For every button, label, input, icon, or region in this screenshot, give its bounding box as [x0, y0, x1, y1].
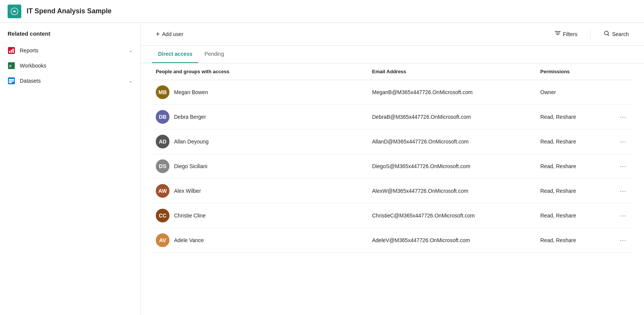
svg-rect-10 — [9, 80, 14, 82]
filters-button[interactable]: Filters — [551, 28, 581, 40]
more-options-button-diego[interactable]: ··· — [617, 162, 629, 171]
content-area: + Add user Filters — [141, 23, 644, 315]
search-icon — [604, 30, 610, 38]
col-header-people: People and groups with access — [152, 63, 368, 80]
table-row: MB Megan Bowen MeganB@M365x447726.OnMicr… — [152, 80, 633, 105]
email-cell-diego: DiegoS@M365x447726.OnMicrosoft.com — [368, 154, 536, 179]
person-cell-debra: DB Debra Berger — [152, 105, 368, 129]
add-user-button[interactable]: + Add user — [152, 28, 187, 40]
avatar-alex: AW — [156, 184, 169, 198]
avatar-megan: MB — [156, 85, 169, 99]
permission-label-allan: Read, Reshare — [540, 139, 576, 145]
access-table-container: People and groups with access Email Addr… — [141, 63, 644, 315]
permission-label-diego: Read, Reshare — [540, 163, 576, 169]
sidebar: Related content Reports ⌄ — [0, 23, 141, 315]
search-button[interactable]: Search — [600, 28, 633, 40]
table-row: DS Diego Siciliani DiegoS@M365x447726.On… — [152, 154, 633, 179]
datasets-chevron-icon: ⌄ — [129, 78, 133, 83]
permission-label-alex: Read, Reshare — [540, 188, 576, 194]
person-cell-megan: MB Megan Bowen — [152, 80, 368, 105]
workbooks-icon: X — [8, 62, 15, 69]
person-name-allan: Allan Deyoung — [174, 139, 209, 145]
svg-rect-4 — [11, 50, 12, 53]
toolbar: + Add user Filters — [141, 23, 644, 46]
person-name-alex: Alex Wilber — [174, 188, 201, 194]
table-row: CC Christie Cline ChristieC@M365x447726.… — [152, 203, 633, 228]
email-cell-adele: AdeleV@M365x447726.OnMicrosoft.com — [368, 228, 536, 253]
svg-point-1 — [14, 10, 16, 12]
person-name-diego: Diego Siciliani — [174, 163, 207, 169]
col-header-permissions: Permissions — [536, 63, 633, 80]
more-options-button-christie[interactable]: ··· — [617, 211, 629, 220]
permission-cell-diego: Read, Reshare··· — [536, 154, 633, 179]
permission-label-adele: Read, Reshare — [540, 237, 576, 243]
more-options-button-allan[interactable]: ··· — [617, 137, 629, 146]
add-user-label: Add user — [162, 31, 184, 37]
table-row: AW Alex Wilber AlexW@M365x447726.OnMicro… — [152, 179, 633, 203]
reports-label: Reports — [20, 47, 38, 54]
svg-rect-11 — [9, 82, 12, 83]
permission-label-debra: Read, Reshare — [540, 114, 576, 120]
person-name-megan: Megan Bowen — [174, 89, 208, 95]
table-row: AV Adele Vance AdeleV@M365x447726.OnMicr… — [152, 228, 633, 253]
access-table: People and groups with access Email Addr… — [152, 63, 633, 253]
email-cell-debra: DebraB@M365x447726.OnMicrosoft.com — [368, 105, 536, 129]
person-cell-alex: AW Alex Wilber — [152, 179, 368, 203]
permission-cell-christie: Read, Reshare··· — [536, 203, 633, 228]
person-cell-diego: DS Diego Siciliani — [152, 154, 368, 179]
email-cell-christie: ChristieC@M365x447726.OnMicrosoft.com — [368, 203, 536, 228]
reports-chevron-icon: ⌄ — [129, 48, 133, 53]
more-options-button-debra[interactable]: ··· — [617, 112, 629, 122]
col-header-email: Email Address — [368, 63, 536, 80]
avatar-adele: AV — [156, 233, 169, 247]
search-label: Search — [612, 31, 629, 37]
sidebar-item-datasets[interactable]: Datasets ⌄ — [0, 73, 140, 88]
reports-icon — [8, 47, 15, 54]
svg-rect-3 — [9, 51, 10, 53]
filters-label: Filters — [563, 31, 578, 37]
toolbar-divider — [590, 30, 591, 39]
person-cell-allan: AD Allan Deyoung — [152, 129, 368, 154]
page-title: IT Spend Analysis Sample — [27, 7, 111, 15]
avatar-allan: AD — [156, 135, 169, 148]
app-icon — [8, 5, 21, 18]
avatar-diego: DS — [156, 159, 169, 173]
person-name-adele: Adele Vance — [174, 237, 204, 243]
sidebar-section-title: Related content — [0, 30, 140, 43]
more-options-button-adele[interactable]: ··· — [617, 236, 629, 245]
datasets-icon — [8, 77, 15, 85]
tab-pending[interactable]: Pending — [198, 46, 230, 63]
permission-cell-alex: Read, Reshare··· — [536, 179, 633, 203]
permission-cell-debra: Read, Reshare··· — [536, 105, 633, 129]
svg-rect-9 — [9, 79, 14, 80]
permission-cell-allan: Read, Reshare··· — [536, 129, 633, 154]
person-cell-adele: AV Adele Vance — [152, 228, 368, 253]
table-row: DB Debra Berger DebraB@M365x447726.OnMic… — [152, 105, 633, 129]
header: IT Spend Analysis Sample — [0, 0, 644, 23]
sidebar-item-workbooks[interactable]: X Workbooks — [0, 58, 140, 73]
svg-rect-5 — [13, 49, 14, 53]
sidebar-item-reports[interactable]: Reports ⌄ — [0, 43, 140, 58]
permission-cell-adele: Read, Reshare··· — [536, 228, 633, 253]
permission-cell-megan: Owner — [536, 80, 633, 105]
person-name-debra: Debra Berger — [174, 114, 206, 120]
more-options-button-alex[interactable]: ··· — [617, 186, 629, 196]
table-header-row: People and groups with access Email Addr… — [152, 63, 633, 80]
permission-label-megan: Owner — [540, 89, 556, 95]
plus-icon: + — [156, 31, 160, 38]
filter-icon — [555, 30, 561, 38]
datasets-label: Datasets — [20, 78, 41, 84]
email-cell-alex: AlexW@M365x447726.OnMicrosoft.com — [368, 179, 536, 203]
permission-label-christie: Read, Reshare — [540, 213, 576, 219]
person-cell-christie: CC Christie Cline — [152, 203, 368, 228]
person-name-christie: Christie Cline — [174, 213, 206, 219]
email-cell-megan: MeganB@M365x447726.OnMicrosoft.com — [368, 80, 536, 105]
avatar-debra: DB — [156, 110, 169, 124]
table-row: AD Allan Deyoung AllanD@M365x447726.OnMi… — [152, 129, 633, 154]
svg-text:X: X — [9, 64, 11, 68]
tabs-container: Direct access Pending — [141, 46, 644, 63]
tab-direct-access[interactable]: Direct access — [152, 46, 198, 63]
avatar-christie: CC — [156, 209, 169, 222]
workbooks-label: Workbooks — [20, 63, 46, 69]
email-cell-allan: AllanD@M365x447726.OnMicrosoft.com — [368, 129, 536, 154]
